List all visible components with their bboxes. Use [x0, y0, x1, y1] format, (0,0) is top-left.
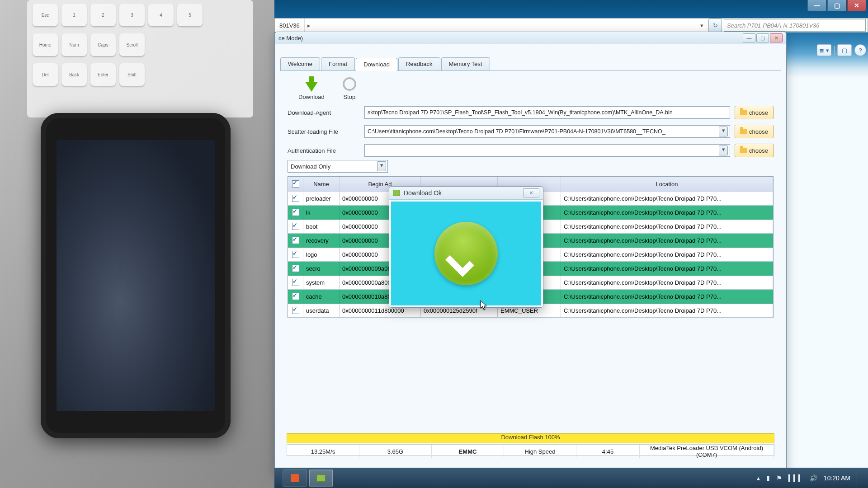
input-download-agent[interactable]: sktop\Tecno Droipad 7D P701\SP_Flash_Too…: [364, 106, 730, 119]
app-icon: [316, 474, 326, 482]
sp-title-text: ce Mode): [278, 35, 303, 42]
row-checkbox[interactable]: [292, 279, 299, 286]
breadcrumb-arrow-icon[interactable]: ▸: [305, 22, 313, 29]
row-checkbox[interactable]: [292, 251, 299, 258]
sp-titlebar[interactable]: ce Mode) — ▢ ✕: [275, 32, 786, 44]
tray-chevron-up-icon[interactable]: ▴: [757, 474, 760, 482]
label-auth-file: Authentication File: [288, 147, 360, 154]
tray-clock[interactable]: 10:20 AM: [824, 474, 850, 482]
choose-da-button[interactable]: choose: [735, 106, 774, 119]
cell-location: C:\Users\titanicphone.com\Desktop\Tecno …: [561, 290, 773, 304]
folder-icon: [740, 148, 747, 153]
choose-label: choose: [749, 147, 768, 154]
explorer-address-bar[interactable]: 801V36 ▸ ▾ ↻ Search P701-PB04A-N-170801V…: [274, 18, 868, 33]
row-checkbox[interactable]: [292, 195, 299, 202]
label-scatter-file: Scatter-loading File: [288, 128, 360, 135]
toolbar-separator: [834, 46, 835, 55]
download-action-button[interactable]: Download: [298, 76, 325, 100]
header-checkbox[interactable]: [292, 180, 299, 188]
cell-name: logo: [303, 248, 340, 262]
tab-welcome[interactable]: Welcome: [280, 57, 320, 70]
explorer-search-input[interactable]: Search P701-PB04A-N-170801V36: [724, 19, 866, 32]
row-checkbox[interactable]: [292, 223, 299, 230]
cell-location: C:\Users\titanicphone.com\Desktop\Tecno …: [561, 192, 773, 206]
tray-battery-icon[interactable]: ▮: [766, 474, 770, 482]
cell-location: C:\Users\titanicphone.com\Desktop\Tecno …: [561, 248, 773, 262]
row-checkbox[interactable]: [292, 293, 299, 300]
physical-keyboard: Esc12345 HomeNumCapsScroll DelBackEnterS…: [27, 0, 253, 117]
input-scatter-file[interactable]: C:\Users\titanicphone.com\Desktop\Tecno …: [364, 125, 730, 138]
tab-download[interactable]: Download: [356, 58, 397, 71]
stop-action-button[interactable]: Stop: [343, 76, 356, 100]
dialog-close-button[interactable]: ✕: [523, 188, 539, 197]
row-checkbox[interactable]: [292, 209, 299, 216]
dialog-titlebar[interactable]: Download Ok ✕: [389, 187, 543, 200]
row-checkbox[interactable]: [292, 265, 299, 272]
cell-location: C:\Users\titanicphone.com\Desktop\Tecno …: [561, 220, 773, 234]
mouse-cursor-icon: [480, 300, 488, 311]
cell-name: cache: [303, 290, 340, 304]
app-icon: [291, 474, 299, 482]
show-desktop-button[interactable]: [857, 468, 863, 488]
cell-name: system: [303, 276, 340, 290]
taskbar-app-1[interactable]: [283, 469, 307, 487]
choose-auth-button[interactable]: choose: [735, 144, 774, 157]
cell-name: secro: [303, 262, 340, 276]
choose-label: choose: [749, 109, 768, 116]
tab-format[interactable]: Format: [321, 57, 355, 70]
sp-tabstrip: Welcome Format Download Readback Memory …: [280, 57, 781, 71]
cell-location: C:\Users\titanicphone.com\Desktop\Tecno …: [561, 276, 773, 290]
cell-name: lk: [303, 206, 340, 220]
download-arrow-icon: [305, 82, 318, 92]
status-bar: 13.25M/s 3.65G EMMC High Speed 4:45 Medi…: [287, 444, 774, 456]
choose-scatter-button[interactable]: choose: [735, 125, 774, 138]
cell-name: userdata: [303, 304, 340, 318]
dialog-body: [389, 200, 543, 307]
col-name[interactable]: Name: [303, 177, 340, 192]
tray-volume-icon[interactable]: 🔊: [810, 474, 817, 482]
sp-close-button[interactable]: ✕: [770, 33, 783, 42]
refresh-icon: ↻: [713, 22, 718, 29]
col-location[interactable]: Location: [561, 177, 773, 192]
row-checkbox[interactable]: [292, 307, 299, 314]
outer-close-button[interactable]: ✕: [847, 0, 866, 11]
download-mode-select[interactable]: Download Only: [288, 160, 388, 173]
tray-network-icon[interactable]: ▍▍▍: [788, 474, 803, 482]
cell-location: C:\Users\titanicphone.com\Desktop\Tecno …: [561, 262, 773, 276]
physical-phone-screen: [57, 140, 215, 411]
outer-minimize-button[interactable]: —: [807, 0, 826, 11]
refresh-button[interactable]: ↻: [708, 19, 722, 32]
choose-label: choose: [749, 128, 768, 135]
cell-name: recovery: [303, 234, 340, 248]
stop-icon: [343, 77, 356, 91]
folder-icon: [740, 110, 747, 115]
preview-pane-button[interactable]: ▢: [837, 44, 852, 56]
cell-location: C:\Users\titanicphone.com\Desktop\Tecno …: [561, 234, 773, 248]
row-checkbox[interactable]: [292, 237, 299, 244]
status-usb-mode: High Speed: [504, 445, 576, 458]
stop-action-label: Stop: [343, 94, 355, 100]
status-storage: EMMC: [432, 445, 504, 458]
sp-maximize-button[interactable]: ▢: [756, 33, 769, 42]
tray-flag-icon[interactable]: ⚑: [776, 474, 782, 482]
breadcrumb-segment[interactable]: 801V36: [275, 19, 305, 32]
tab-memory-test[interactable]: Memory Test: [441, 57, 490, 70]
status-speed: 13.25M/s: [287, 445, 359, 458]
sp-minimize-button[interactable]: —: [743, 33, 755, 42]
breadcrumb-dropdown-icon[interactable]: ▾: [697, 22, 707, 29]
windows-taskbar[interactable]: ▴ ▮ ⚑ ▍▍▍ 🔊 10:20 AM: [274, 468, 868, 488]
taskbar-app-sp-flash-tool[interactable]: [309, 469, 333, 487]
dialog-title-text: Download Ok: [404, 189, 442, 197]
label-download-agent: Download-Agent: [288, 109, 360, 116]
dialog-app-icon: [393, 190, 400, 196]
status-device: MediaTek PreLoader USB VCOM (Android) (C…: [640, 445, 774, 458]
outer-maximize-button[interactable]: ▢: [827, 0, 846, 11]
help-button[interactable]: ?: [854, 44, 866, 56]
cell-name: boot: [303, 220, 340, 234]
success-check-icon: [434, 222, 498, 285]
view-options-button[interactable]: ≣ ▾: [817, 44, 831, 56]
input-auth-file[interactable]: [364, 144, 730, 157]
download-ok-dialog: Download Ok ✕: [389, 186, 543, 308]
cell-location: C:\Users\titanicphone.com\Desktop\Tecno …: [561, 304, 773, 318]
tab-readback[interactable]: Readback: [398, 57, 440, 70]
